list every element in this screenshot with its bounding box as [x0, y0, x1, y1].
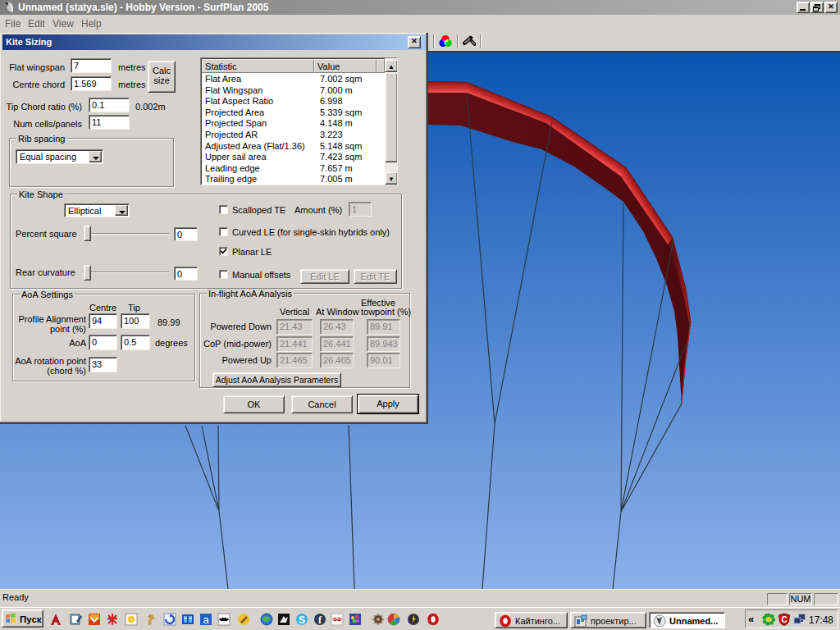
svg-text:C: C	[781, 615, 787, 624]
svg-text:S: S	[299, 614, 305, 626]
svg-text:a: a	[203, 614, 209, 626]
